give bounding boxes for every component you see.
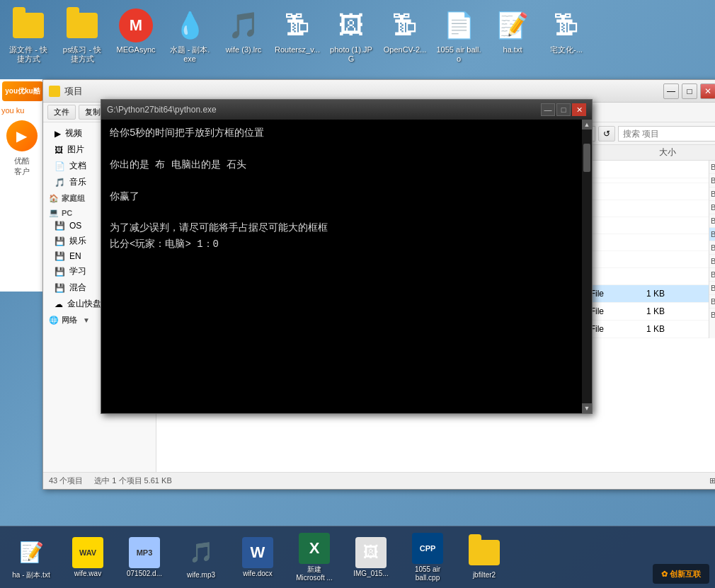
right-column-items: B B B B B B B B B B B B <box>709 161 715 338</box>
taskbar-icon-071502[interactable]: MP3 071502.d... <box>119 537 170 578</box>
search-input[interactable] <box>618 126 715 142</box>
file-o-icon: 📄 <box>442 8 476 42</box>
zip-zhai-icon: 🗜 <box>549 8 583 42</box>
file-size-merge: 1 KB <box>646 324 703 334</box>
taskbar-icon-wife-wav[interactable]: WAV wife.wav <box>62 537 113 578</box>
terminal-line-7: 为了减少误判，请尽可能将手占据尽可能大的框框 <box>110 220 573 236</box>
desktop-icon-shuti[interactable]: 💧 水题 - 副本. exe <box>164 6 215 67</box>
drive-ent-icon: 💾 <box>55 236 65 246</box>
desktop-icon-yuanwenjian[interactable]: 源文件 - 快 捷方式 <box>3 6 54 67</box>
right-col-item: B <box>709 282 715 295</box>
folder-shortcut-icon <box>11 8 45 42</box>
desktop-icon-ha-txt[interactable]: 📝 ha.txt <box>487 6 538 57</box>
document-icon: 📄 <box>55 161 65 171</box>
desktop-icon-label: 1055 air ball.o <box>436 45 481 64</box>
photo-icon: 🖼 <box>334 8 368 42</box>
taskbar-icon-wife-docx[interactable]: W wife.docx <box>232 537 283 578</box>
desktop: 源文件 - 快 捷方式 ps练习 - 快 捷方式 M MEGAsync 💧 水题… <box>0 0 715 588</box>
drive-mix-icon: 💾 <box>55 283 65 293</box>
youku-widget: you优ku酷 you ku ▶ 优酷客户 <box>0 79 44 292</box>
drive-en-icon: 💾 <box>55 251 65 261</box>
terminal-scrollbar[interactable]: ▲ ▼ <box>582 120 592 413</box>
python-terminal-window: G:\Python27bit64\python.exe — □ ✕ 给你5秒的时… <box>101 99 593 414</box>
right-col-item: B <box>709 214 715 228</box>
terminal-line-6 <box>110 204 573 220</box>
music-icon: 🎵 <box>227 8 261 42</box>
scroll-thumb[interactable] <box>583 144 590 172</box>
right-col-item: B <box>709 228 715 241</box>
youku-logo-text: you优ku酷 <box>5 86 40 96</box>
window-controls: — □ ✕ <box>663 83 715 99</box>
mega-icon: M <box>119 8 153 42</box>
taskbar-label: ha - 副本.txt <box>6 571 57 580</box>
desktop-icon-label: OpenCV-2... <box>384 45 427 54</box>
desktop-icon-mega[interactable]: M MEGAsync <box>110 6 161 57</box>
desktop-icon-1055ball[interactable]: 📄 1055 air ball.o <box>433 6 484 67</box>
taskbar-icon-new-ms[interactable]: X 新建Microsoft ... <box>289 533 340 582</box>
terminal-line-2 <box>110 141 573 156</box>
col-size: 大小 <box>659 146 715 158</box>
taskbar-label: 071502.d... <box>119 570 170 578</box>
right-col-item: B <box>709 161 715 174</box>
python-terminal-titlebar: G:\Python27bit64\python.exe — □ ✕ <box>101 100 592 120</box>
computer-icon: 💻 <box>49 208 59 217</box>
taskbar-icon-ha[interactable]: 📝 ha - 副本.txt <box>6 536 57 580</box>
view-icon[interactable]: ⊞ <box>709 476 715 485</box>
drive-study-icon: 💾 <box>55 267 65 277</box>
refresh-button[interactable]: ↺ <box>598 126 615 142</box>
taskbar-label: jbfilter2 <box>459 571 510 580</box>
desktop-icon-label: photo (1).JPG <box>328 45 374 64</box>
file-explorer-statusbar: 43 个项目 选中 1 个项目 5.61 KB ⊞ <box>43 472 715 489</box>
corner-logo-text: ✿ 创新互联 <box>661 569 701 580</box>
music-icon: 🎵 <box>55 178 65 188</box>
taskbar-icon-jbfilter2[interactable]: jbfilter2 <box>459 536 510 580</box>
desktop-icon-wife-lrc[interactable]: 🎵 wife (3).lrc <box>218 6 269 57</box>
network-icon: 🌐 <box>49 316 59 325</box>
scroll-up-btn[interactable]: ▲ <box>582 120 592 129</box>
terminal-minimize-btn[interactable]: — <box>541 103 555 116</box>
txt-icon: 📝 <box>496 8 530 42</box>
terminal-close-btn[interactable]: ✕ <box>572 103 586 116</box>
desktop-icon-opencv[interactable]: 🗜 OpenCV-2... <box>379 6 430 57</box>
mp3-icon: MP3 <box>129 537 160 568</box>
youku-play-button[interactable]: ▶ <box>6 120 38 151</box>
taskbar-icon-img015[interactable]: 🖼 IMG_015... <box>345 537 396 578</box>
desktop-icon-label: Routersz_v... <box>275 45 320 54</box>
file-size-laplase: 1 KB <box>646 289 703 299</box>
excel-icon: X <box>299 533 330 564</box>
folder-jb-icon <box>467 536 501 570</box>
taskbar-label: 新建Microsoft ... <box>289 565 340 582</box>
item-count: 43 个项目 <box>49 475 83 486</box>
terminal-body: 给你5秒的时间把手放到方框的位置 你出的是 布 电脑出的是 石头 你赢了 为了减… <box>101 120 592 413</box>
right-col-item: B <box>709 309 715 321</box>
desktop-icon-ps[interactable]: ps练习 - 快 捷方式 <box>57 6 108 67</box>
youku-client-label: 优酷客户 <box>0 154 43 178</box>
taskbar: 📝 ha - 副本.txt WAV wife.wav MP3 071502.d.… <box>0 526 715 588</box>
terminal-line-8: 比分<玩家：电脑> 1：0 <box>110 236 573 252</box>
toolbar-file-btn[interactable]: 文件 <box>47 105 76 120</box>
scroll-down-btn[interactable]: ▼ <box>582 403 592 413</box>
right-col-item: B <box>709 241 715 255</box>
drive-os-icon: 💾 <box>55 221 65 231</box>
taskbar-icon-1055-cpp[interactable]: CPP 1055 airball.cpp <box>402 533 453 582</box>
terminal-controls: — □ ✕ <box>541 103 586 116</box>
desktop-icon-label: ps练习 - 快 捷方式 <box>59 45 105 64</box>
minimize-button[interactable]: — <box>663 83 679 99</box>
terminal-line-5: 你赢了 <box>110 189 573 204</box>
terminal-maximize-btn[interactable]: □ <box>556 103 571 116</box>
cloud-icon: ☁ <box>55 299 63 309</box>
desktop-icon-router[interactable]: 🗜 Routersz_v... <box>272 6 323 57</box>
selected-info: 选中 1 个项目 5.61 KB <box>94 475 171 486</box>
close-button[interactable]: ✕ <box>700 83 715 99</box>
desktop-icon-zhai[interactable]: 🗜 宅文化-... <box>541 6 592 57</box>
homegroup-icon: 🏠 <box>49 194 59 203</box>
taskbar-icon-wife-mp3[interactable]: 🎵 wife.mp3 <box>176 536 227 580</box>
maximize-button[interactable]: □ <box>682 83 697 99</box>
right-col-item: B <box>709 174 715 188</box>
taskbar-label: wife.wav <box>62 570 113 578</box>
right-col-item: B <box>709 268 715 282</box>
youku-logo[interactable]: you优ku酷 <box>2 81 43 101</box>
file-explorer-title: 项目 <box>64 85 83 98</box>
expand-icon: ▼ <box>83 316 90 324</box>
desktop-icon-photo[interactable]: 🖼 photo (1).JPG <box>326 6 377 67</box>
